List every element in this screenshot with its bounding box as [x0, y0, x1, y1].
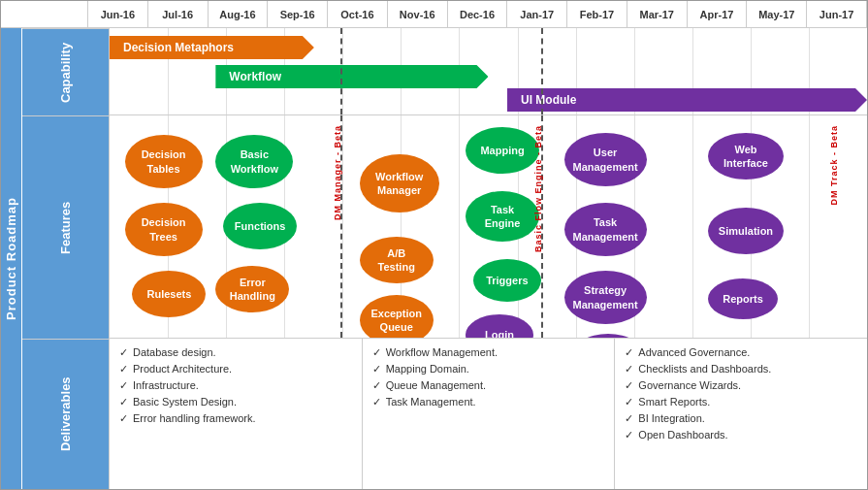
- deliverable-item: ✓Infrastructure.: [119, 379, 352, 392]
- deliverable-item: ✓Task Management.: [372, 396, 605, 408]
- feature-oval: Mapping: [466, 127, 539, 174]
- month-cell: Apr-17: [688, 1, 748, 27]
- capability-row: Decision MetaphorsWorkflowUI Module: [110, 28, 867, 115]
- month-cell: Nov-16: [388, 1, 448, 27]
- checkmark-icon: ✓: [372, 346, 381, 359]
- month-cell: Aug-16: [209, 1, 269, 27]
- deliverables-label: Deliverables: [22, 339, 109, 489]
- deliverable-item: ✓Governance Wizards.: [625, 379, 857, 392]
- beta-label: DM Manager - Beta: [333, 125, 342, 220]
- roadmap-container: Jun-16Jul-16Aug-16Sep-16Oct-16Nov-16Dec-…: [0, 0, 868, 490]
- beta-label: DM Track - Beta: [829, 125, 839, 206]
- timeline-header: Jun-16Jul-16Aug-16Sep-16Oct-16Nov-16Dec-…: [1, 1, 867, 28]
- checkmark-icon: ✓: [625, 429, 633, 441]
- month-cell: Jun-17: [807, 1, 867, 27]
- checkmark-icon: ✓: [372, 396, 381, 408]
- month-cell: Sep-16: [268, 1, 328, 27]
- dashed-divider-line: [541, 28, 543, 114]
- deliverable-text: Queue Management.: [386, 379, 486, 391]
- checkmark-icon: ✓: [625, 379, 633, 392]
- feature-oval: DecisionTables: [125, 135, 203, 188]
- row-labels: Capability Features Deliverables: [22, 28, 110, 489]
- deliverable-item: ✓Error handling framework.: [119, 412, 352, 425]
- deliverable-text: Checklists and Dashboards.: [638, 363, 771, 375]
- deliverable-text: Infrastructure.: [133, 379, 199, 391]
- deliverable-text: BI Integration.: [638, 412, 705, 424]
- features-label: Features: [22, 115, 109, 339]
- deliverable-text: Mapping Domain.: [386, 363, 469, 375]
- month-cell: Dec-16: [448, 1, 508, 27]
- deliverable-text: Smart Reports.: [638, 396, 710, 408]
- checkmark-icon: ✓: [119, 412, 128, 425]
- deliverable-item: ✓Queue Management.: [372, 379, 605, 392]
- feature-oval: ExceptionQueue: [360, 295, 434, 339]
- deliverable-item: ✓Basic System Design.: [119, 396, 352, 408]
- feature-oval: TaskManagement: [564, 203, 647, 256]
- deliverable-text: Task Management.: [386, 396, 476, 408]
- checkmark-icon: ✓: [372, 379, 381, 392]
- checkmark-icon: ✓: [119, 396, 128, 408]
- deliverable-item: ✓Advanced Governance.: [625, 346, 857, 359]
- checkmark-icon: ✓: [119, 363, 128, 376]
- deliverable-item: ✓Open Dashboards.: [625, 429, 857, 441]
- feature-oval: DecisionTrees: [125, 203, 203, 256]
- month-cell: Jul-16: [148, 1, 209, 27]
- month-cell: Feb-17: [567, 1, 627, 27]
- feature-oval: ErrorHandling: [215, 266, 289, 312]
- month-cell: Oct-16: [328, 1, 388, 27]
- feature-oval: Reports: [708, 278, 778, 319]
- feature-oval: Rulesets: [132, 271, 206, 317]
- product-roadmap-label: Product Roadmap: [1, 28, 22, 489]
- deliverable-item: ✓Product Architecture.: [119, 363, 352, 376]
- deliverable-text: Open Dashboards.: [638, 429, 727, 441]
- deliverable-item: ✓Mapping Domain.: [372, 363, 605, 376]
- checkmark-icon: ✓: [372, 363, 381, 376]
- deliverable-text: Error handling framework.: [133, 412, 256, 424]
- deliverables-section: ✓Database design.✓Product Architecture.✓…: [110, 339, 363, 489]
- deliverable-item: ✓Checklists and Dashboards.: [625, 363, 857, 376]
- feature-oval: BasicWorkflow: [215, 135, 293, 188]
- deliverable-text: Governance Wizards.: [638, 379, 741, 391]
- feature-oval: Login: [466, 314, 533, 339]
- beta-label: Basic Flow Engine - Beta: [533, 125, 543, 252]
- capability-bar: Decision Metaphors: [110, 36, 314, 59]
- deliverable-item: ✓Database design.: [119, 346, 352, 359]
- deliverable-text: Product Architecture.: [133, 363, 232, 375]
- deliverable-text: Database design.: [133, 346, 216, 358]
- capability-label: Capability: [22, 28, 109, 115]
- feature-oval: TaskEngine: [466, 191, 539, 242]
- feature-oval: WebInterface: [708, 133, 784, 180]
- deliverables-section: ✓Advanced Governance.✓Checklists and Das…: [615, 339, 867, 489]
- feature-oval: Simulation: [708, 208, 784, 254]
- checkmark-icon: ✓: [625, 396, 633, 408]
- deliverable-text: Workflow Management.: [386, 346, 498, 358]
- timeline-months: Jun-16Jul-16Aug-16Sep-16Oct-16Nov-16Dec-…: [88, 1, 867, 27]
- month-cell: Jan-17: [507, 1, 567, 27]
- checkmark-icon: ✓: [119, 379, 128, 392]
- feature-oval: A/BTesting: [360, 237, 434, 283]
- deliverable-item: ✓BI Integration.: [625, 412, 857, 425]
- month-cell: Mar-17: [627, 1, 688, 27]
- feature-oval: Triggers: [473, 259, 541, 302]
- checkmark-icon: ✓: [625, 412, 633, 425]
- header-spacer: [1, 1, 88, 27]
- capability-bar: UI Module: [507, 88, 867, 112]
- feature-oval: UserManagement: [564, 133, 647, 186]
- features-row: DM Manager - BetaBasic Flow Engine - Bet…: [110, 115, 867, 339]
- month-cell: Jun-16: [88, 1, 148, 27]
- deliverable-item: ✓Smart Reports.: [625, 396, 857, 408]
- deliverable-text: Basic System Design.: [133, 396, 237, 408]
- feature-oval: WorkflowManager: [360, 154, 439, 212]
- checkmark-icon: ✓: [625, 363, 633, 376]
- month-cell: May-17: [747, 1, 807, 27]
- deliverables-row: ✓Database design.✓Product Architecture.✓…: [110, 339, 867, 489]
- capability-bar: Workflow: [215, 65, 488, 88]
- checkmark-icon: ✓: [625, 346, 633, 359]
- deliverable-item: ✓Workflow Management.: [372, 346, 605, 359]
- dashed-divider-line: [340, 28, 342, 114]
- rows-content: Decision MetaphorsWorkflowUI Module DM M…: [110, 28, 867, 489]
- deliverables-section: ✓Workflow Management.✓Mapping Domain.✓Qu…: [363, 339, 616, 489]
- feature-oval: Functions: [223, 203, 297, 249]
- deliverable-text: Advanced Governance.: [638, 346, 750, 358]
- checkmark-icon: ✓: [119, 346, 128, 359]
